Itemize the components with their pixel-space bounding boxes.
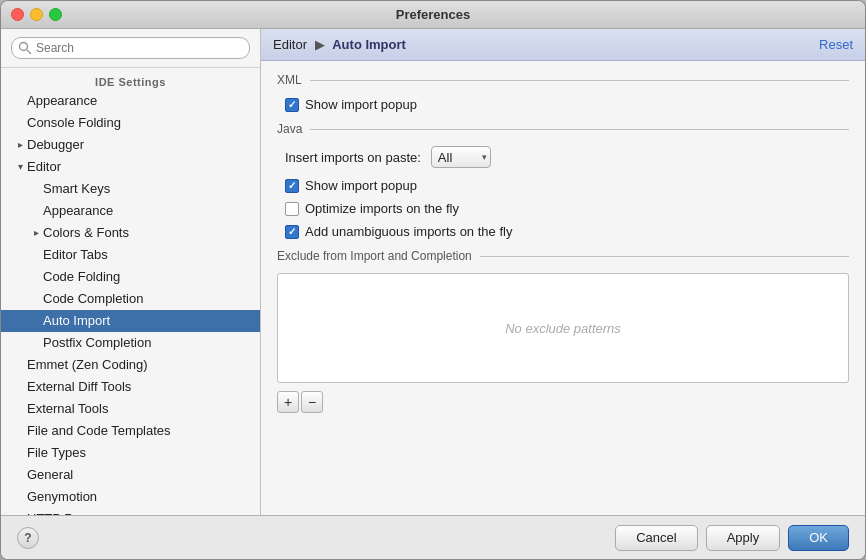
sidebar-item-label: Code Completion: [43, 290, 143, 308]
right-panel: Editor ▶ Auto Import Reset XML Show impo…: [261, 29, 865, 515]
java-show-import-popup-checkbox[interactable]: [285, 179, 299, 193]
sidebar-item-code-completion[interactable]: Code Completion: [1, 288, 260, 310]
sidebar-item-smart-keys[interactable]: Smart Keys: [1, 178, 260, 200]
exclude-placeholder: No exclude patterns: [505, 321, 621, 336]
insert-on-paste-select[interactable]: All Ask None: [431, 146, 491, 168]
sidebar-item-label: Code Folding: [43, 268, 120, 286]
panel-body: XML Show import popup Java Insert import…: [261, 61, 865, 515]
close-button[interactable]: [11, 8, 24, 21]
sidebar-item-console-folding[interactable]: Console Folding: [1, 112, 260, 134]
exclude-toolbar: + −: [277, 391, 849, 413]
insert-on-paste-row: Insert imports on paste: All Ask None ▾: [277, 146, 849, 168]
sidebar-item-emmet[interactable]: Emmet (Zen Coding): [1, 354, 260, 376]
bottom-bar: ? Cancel Apply OK: [1, 515, 865, 559]
search-input[interactable]: [11, 37, 250, 59]
apply-button[interactable]: Apply: [706, 525, 781, 551]
remove-pattern-button[interactable]: −: [301, 391, 323, 413]
xml-show-import-popup-label: Show import popup: [305, 97, 417, 112]
sidebar-item-external-tools[interactable]: External Tools: [1, 398, 260, 420]
sidebar-item-label: Editor Tabs: [43, 246, 108, 264]
window-controls: [11, 8, 62, 21]
sidebar-item-file-types[interactable]: File Types: [1, 442, 260, 464]
java-show-import-popup-label: Show import popup: [305, 178, 417, 193]
main-content: IDE Settings Appearance Console Folding …: [1, 29, 865, 515]
sidebar-item-label: Console Folding: [27, 114, 121, 132]
sidebar-item-label: Colors & Fonts: [43, 224, 129, 242]
exclude-section-divider: Exclude from Import and Completion: [277, 249, 849, 263]
sidebar-item-label: File and Code Templates: [27, 422, 171, 440]
ok-button[interactable]: OK: [788, 525, 849, 551]
sidebar-item-colors-fonts[interactable]: Colors & Fonts: [1, 222, 260, 244]
search-bar: [1, 29, 260, 68]
breadcrumb-separator: ▶: [315, 37, 329, 52]
divider-line: [310, 129, 849, 130]
breadcrumb: Editor ▶ Auto Import: [273, 37, 406, 52]
sidebar-item-appearance[interactable]: Appearance: [1, 200, 260, 222]
exclude-patterns-box: No exclude patterns: [277, 273, 849, 383]
panel-header: Editor ▶ Auto Import Reset: [261, 29, 865, 61]
titlebar: Preferences: [1, 1, 865, 29]
sidebar-item-general[interactable]: General: [1, 464, 260, 486]
add-unambiguous-checkbox[interactable]: [285, 225, 299, 239]
exclude-section-label: Exclude from Import and Completion: [277, 249, 472, 263]
add-unambiguous-label: Add unambiguous imports on the fly: [305, 224, 512, 239]
sidebar-item-label: Postfix Completion: [43, 334, 151, 352]
sidebar-item-label: Auto Import: [43, 312, 110, 330]
sidebar-item-file-code-templates[interactable]: File and Code Templates: [1, 420, 260, 442]
sidebar-item-editor-tabs[interactable]: Editor Tabs: [1, 244, 260, 266]
sidebar-item-label: Genymotion: [27, 488, 97, 506]
xml-section-divider: XML: [277, 73, 849, 87]
arrow-icon: [13, 136, 27, 154]
sidebar-item-auto-import[interactable]: Auto Import: [1, 310, 260, 332]
sidebar-item-label: Debugger: [27, 136, 84, 154]
preferences-window: Preferences IDE Settings Appearance Cons…: [0, 0, 866, 560]
optimize-imports-checkbox-wrap: Optimize imports on the fly: [285, 201, 459, 216]
arrow-icon: [13, 158, 27, 176]
help-button[interactable]: ?: [17, 527, 39, 549]
add-pattern-button[interactable]: +: [277, 391, 299, 413]
sidebar-item-label: Appearance: [43, 202, 113, 220]
add-unambiguous-checkbox-wrap: Add unambiguous imports on the fly: [285, 224, 512, 239]
action-buttons: Cancel Apply OK: [615, 525, 849, 551]
java-section-label: Java: [277, 122, 302, 136]
xml-show-import-popup-row: Show import popup: [277, 97, 849, 112]
sidebar-item-label: General: [27, 466, 73, 484]
sidebar: IDE Settings Appearance Console Folding …: [1, 29, 261, 515]
xml-show-import-popup-checkbox-wrap: Show import popup: [285, 97, 417, 112]
sidebar-item-genymotion[interactable]: Genymotion: [1, 486, 260, 508]
breadcrumb-current: Auto Import: [332, 37, 406, 52]
sidebar-item-external-diff[interactable]: External Diff Tools: [1, 376, 260, 398]
java-show-import-popup-row: Show import popup: [277, 178, 849, 193]
xml-show-import-popup-checkbox[interactable]: [285, 98, 299, 112]
sidebar-item-debugger[interactable]: Debugger: [1, 134, 260, 156]
optimize-imports-row: Optimize imports on the fly: [277, 201, 849, 216]
sidebar-item-label: File Types: [27, 444, 86, 462]
sidebar-item-label: Editor: [27, 158, 61, 176]
sidebar-item-http-proxy[interactable]: HTTP Proxy: [1, 508, 260, 515]
optimize-imports-checkbox[interactable]: [285, 202, 299, 216]
exclude-section: Exclude from Import and Completion No ex…: [277, 249, 849, 413]
sidebar-item-code-folding[interactable]: Code Folding: [1, 266, 260, 288]
java-show-import-popup-checkbox-wrap: Show import popup: [285, 178, 417, 193]
sidebar-item-label: Smart Keys: [43, 180, 110, 198]
breadcrumb-root: Editor: [273, 37, 307, 52]
insert-on-paste-combo-wrapper: All Ask None ▾: [431, 146, 491, 168]
java-section-divider: Java: [277, 122, 849, 136]
sidebar-item-postfix-completion[interactable]: Postfix Completion: [1, 332, 260, 354]
minimize-button[interactable]: [30, 8, 43, 21]
divider-line: [310, 80, 849, 81]
maximize-button[interactable]: [49, 8, 62, 21]
sidebar-item-label: Appearance: [27, 92, 97, 110]
reset-button[interactable]: Reset: [819, 37, 853, 52]
ide-settings-header: IDE Settings: [1, 72, 260, 90]
cancel-button[interactable]: Cancel: [615, 525, 697, 551]
sidebar-item-label: External Diff Tools: [27, 378, 131, 396]
sidebar-item-editor[interactable]: Editor: [1, 156, 260, 178]
arrow-icon: [29, 224, 43, 242]
sidebar-item-appearance-top[interactable]: Appearance: [1, 90, 260, 112]
insert-on-paste-label: Insert imports on paste:: [285, 150, 421, 165]
window-title: Preferences: [396, 7, 470, 22]
optimize-imports-label: Optimize imports on the fly: [305, 201, 459, 216]
xml-section-label: XML: [277, 73, 302, 87]
add-unambiguous-row: Add unambiguous imports on the fly: [277, 224, 849, 239]
